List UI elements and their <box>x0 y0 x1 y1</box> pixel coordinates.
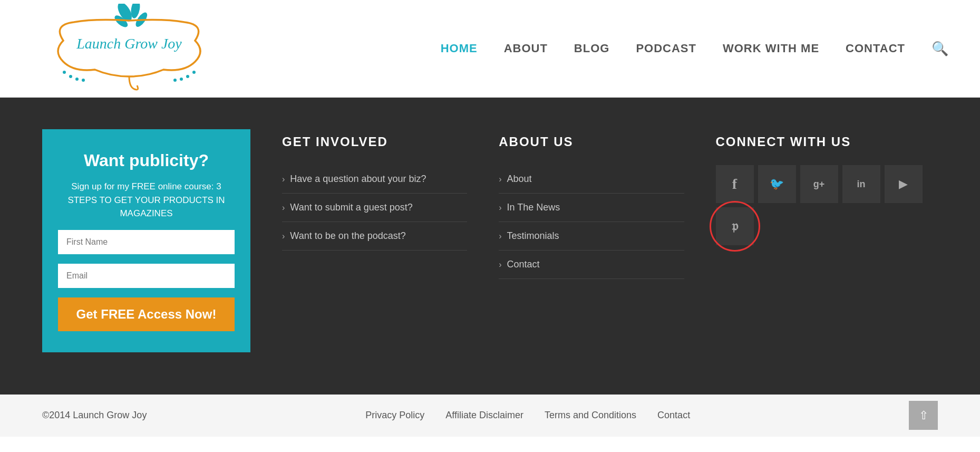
svg-text:Launch Grow Joy: Launch Grow Joy <box>76 35 182 52</box>
svg-point-6 <box>75 78 79 81</box>
header: Launch Grow Joy HOME ABOUT BLOG PODCAST … <box>0 0 980 98</box>
get-involved-link-3[interactable]: › Want to be on the podcast? <box>282 222 467 251</box>
chevron-icon: › <box>282 203 285 213</box>
about-link-1[interactable]: › About <box>499 165 684 194</box>
publicity-title: Want publicity? <box>84 150 209 170</box>
about-link-4[interactable]: › Contact <box>499 251 684 279</box>
search-icon[interactable]: 🔍 <box>932 41 948 57</box>
nav-about[interactable]: ABOUT <box>504 42 548 55</box>
about-link-text-1: About <box>507 174 532 185</box>
first-name-input[interactable] <box>58 230 235 254</box>
connect-us-title: CONNECT WITH US <box>716 134 938 149</box>
connect-us-section: CONNECT WITH US f 🐦 g+ in ▶ <box>716 129 938 352</box>
logo[interactable]: Launch Grow Joy <box>32 4 227 93</box>
about-us-section: ABOUT US › About › In The News › Testimo… <box>499 129 684 352</box>
get-involved-link-2[interactable]: › Want to submit a guest post? <box>282 194 467 222</box>
email-input[interactable] <box>58 264 235 288</box>
chevron-icon: › <box>282 175 285 184</box>
nav-contact[interactable]: CONTACT <box>846 42 905 55</box>
twitter-icon[interactable]: 🐦 <box>758 165 796 203</box>
svg-point-7 <box>82 79 85 82</box>
about-link-text-2: In The News <box>507 202 560 213</box>
nav-blog[interactable]: BLOG <box>574 42 610 55</box>
publicity-description: Sign up for my FREE online course: 3 STE… <box>58 180 235 220</box>
get-access-button[interactable]: Get FREE Access Now! <box>58 297 235 331</box>
facebook-icon[interactable]: f <box>716 165 754 203</box>
about-link-3[interactable]: › Testimonials <box>499 222 684 251</box>
svg-point-8 <box>192 71 196 74</box>
nav-podcast[interactable]: PODCAST <box>636 42 696 55</box>
nav-home[interactable]: HOME <box>441 42 478 55</box>
get-involved-link-1[interactable]: › Have a question about your biz? <box>282 165 467 194</box>
social-icons-grid: f 🐦 g+ in ▶ 𝔭 <box>716 165 938 245</box>
affiliate-disclaimer-link[interactable]: Affiliate Disclaimer <box>445 410 523 421</box>
scroll-to-top-button[interactable]: ⇧ <box>909 401 938 430</box>
linkedin-icon[interactable]: in <box>842 165 880 203</box>
chevron-icon: › <box>499 175 501 184</box>
get-involved-section: GET INVOLVED › Have a question about you… <box>282 129 467 352</box>
contact-footer-link[interactable]: Contact <box>657 410 690 421</box>
chevron-icon: › <box>499 203 501 213</box>
get-involved-title: GET INVOLVED <box>282 134 467 149</box>
google-plus-icon[interactable]: g+ <box>800 165 838 203</box>
about-link-2[interactable]: › In The News <box>499 194 684 222</box>
svg-point-4 <box>63 71 66 74</box>
svg-point-9 <box>186 75 189 78</box>
footer-main: Want publicity? Sign up for my FREE onli… <box>0 98 980 395</box>
main-nav: HOME ABOUT BLOG PODCAST WORK WITH ME CON… <box>441 41 948 57</box>
nav-work-with-me[interactable]: WORK WITH ME <box>723 42 819 55</box>
about-us-title: ABOUT US <box>499 134 684 149</box>
about-link-text-3: Testimonials <box>507 230 559 242</box>
chevron-icon: › <box>282 232 285 241</box>
svg-point-11 <box>173 79 177 82</box>
chevron-icon: › <box>499 232 501 241</box>
svg-point-5 <box>69 75 72 78</box>
youtube-icon[interactable]: ▶ <box>885 165 923 203</box>
about-link-text-4: Contact <box>507 259 540 270</box>
get-involved-link-text-2: Want to submit a guest post? <box>290 202 412 213</box>
copyright-text: ©2014 Launch Grow Joy <box>42 410 147 421</box>
terms-conditions-link[interactable]: Terms and Conditions <box>545 410 636 421</box>
publicity-box: Want publicity? Sign up for my FREE onli… <box>42 129 250 352</box>
chevron-icon: › <box>499 260 501 270</box>
get-involved-link-text-1: Have a question about your biz? <box>290 174 426 185</box>
pinterest-icon[interactable]: 𝔭 <box>716 207 754 245</box>
svg-point-10 <box>180 78 183 81</box>
get-involved-link-text-3: Want to be on the podcast? <box>290 230 405 242</box>
footer-bottom: ©2014 Launch Grow Joy Privacy Policy Aff… <box>0 395 980 437</box>
footer-links: Privacy Policy Affiliate Disclaimer Term… <box>365 410 690 421</box>
privacy-policy-link[interactable]: Privacy Policy <box>365 410 424 421</box>
